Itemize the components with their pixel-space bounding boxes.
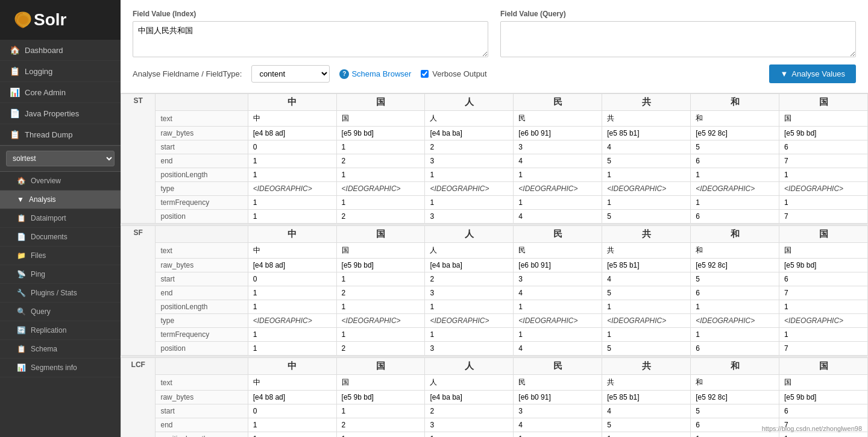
cell-raw_bytes-2: [e4 ba ba]	[425, 259, 514, 272]
cell-positionLength-6: 1	[779, 300, 868, 314]
cell-type-6: <IDEOGRAPHIC>	[779, 182, 868, 196]
sidebar-item-segments-info[interactable]: 📊 Segments info	[0, 359, 121, 377]
cell-start-1: 1	[336, 272, 425, 286]
sidebar-item-schema[interactable]: 📋 Schema	[0, 340, 121, 359]
schema-browser-link[interactable]: ? Schema Browser	[339, 69, 411, 79]
cell-start-0: 0	[248, 272, 336, 286]
cell-type-3: <IDEOGRAPHIC>	[514, 182, 602, 196]
field-value-query-input[interactable]	[500, 21, 856, 57]
analyse-row: Analyse Fieldname / FieldType: content ?…	[133, 64, 856, 83]
row-label-position: position	[156, 342, 248, 356]
sidebar-item-files[interactable]: 📁 Files	[0, 247, 121, 265]
cell-positionLength-2: 1	[425, 300, 514, 314]
table-row: positionLength1111111	[121, 432, 868, 438]
cell-text-2: 人	[425, 375, 514, 391]
table-row: raw_bytes[e4 b8 ad][e5 9b bd][e4 ba ba][…	[121, 259, 868, 272]
row-label-start: start	[156, 140, 248, 154]
cell-raw_bytes-3: [e6 b0 91]	[514, 391, 602, 404]
row-label-start: start	[156, 272, 248, 286]
sidebar-sub-label: Files	[31, 251, 46, 260]
cell-termFrequency-1: 1	[336, 196, 425, 210]
cell-position-0: 1	[248, 342, 336, 356]
sidebar-sub-label: Replication	[31, 326, 66, 335]
table-row: position1234567	[121, 210, 868, 224]
cell-type-0: <IDEOGRAPHIC>	[248, 314, 336, 328]
cell-raw_bytes-3: [e6 b0 91]	[514, 259, 602, 272]
table-row: end1234567	[121, 286, 868, 300]
filter-icon: ▼	[780, 69, 788, 78]
cell-raw_bytes-4: [e5 85 b1]	[602, 259, 691, 272]
row-label-end: end	[156, 154, 248, 168]
cell-text-6: 国	[779, 243, 868, 259]
sidebar-item-replication[interactable]: 🔄 Replication	[0, 321, 121, 340]
cell-type-5: <IDEOGRAPHIC>	[691, 314, 779, 328]
overview-icon: 🏠	[17, 177, 26, 185]
fieldtype-select[interactable]: content	[251, 65, 330, 83]
cell-position-2: 3	[425, 210, 514, 224]
token-header-1-0: 中	[248, 226, 336, 243]
cell-raw_bytes-6: [e5 9b bd]	[779, 259, 868, 272]
field-value-index-input[interactable]: 中国人民共和国	[133, 21, 488, 57]
table-row: text中国人民共和国	[121, 243, 868, 259]
cell-type-4: <IDEOGRAPHIC>	[602, 182, 691, 196]
sidebar-item-java-properties[interactable]: 📄 Java Properties	[0, 103, 121, 124]
sidebar: Solr 🏠 Dashboard 📋 Logging 📊 Core Admin …	[0, 0, 121, 437]
verbose-output-checkbox[interactable]	[421, 70, 429, 78]
cell-position-1: 2	[336, 342, 425, 356]
sidebar-item-label: Logging	[25, 67, 52, 76]
row-label-end: end	[156, 286, 248, 300]
cell-termFrequency-5: 1	[691, 328, 779, 342]
sidebar-item-overview[interactable]: 🏠 Overview	[0, 172, 121, 190]
cell-type-4: <IDEOGRAPHIC>	[602, 314, 691, 328]
sidebar-item-analysis[interactable]: ▼ Analysis	[0, 190, 121, 209]
row-label-raw_bytes: raw_bytes	[156, 127, 248, 140]
verbose-output-text: Verbose Output	[432, 69, 486, 78]
token-header-2-4: 共	[602, 358, 691, 375]
cell-text-0: 中	[248, 243, 336, 259]
cell-text-4: 共	[602, 243, 691, 259]
cell-raw_bytes-6: [e5 9b bd]	[779, 391, 868, 404]
table-row: positionLength1111111	[121, 168, 868, 182]
token-header-0-6: 国	[779, 94, 868, 111]
cell-type-5: <IDEOGRAPHIC>	[691, 182, 779, 196]
row-label-termFrequency: termFrequency	[156, 196, 248, 210]
table-row: end1234567	[121, 154, 868, 168]
sidebar-item-dashboard[interactable]: 🏠 Dashboard	[0, 40, 121, 61]
sidebar-sub-label: Analysis	[29, 195, 56, 204]
cell-raw_bytes-6: [e5 9b bd]	[779, 127, 868, 140]
cell-start-2: 2	[425, 404, 514, 418]
sidebar-item-thread-dump[interactable]: 📋 Thread Dump	[0, 124, 121, 145]
cell-raw_bytes-2: [e4 ba ba]	[425, 127, 514, 140]
sidebar-item-dataimport[interactable]: 📋 Dataimport	[0, 209, 121, 228]
token-header-2-3: 民	[514, 358, 602, 375]
analyse-values-button[interactable]: ▼ Analyse Values	[769, 64, 856, 83]
cell-positionLength-1: 1	[336, 168, 425, 182]
table-row: text中国人民共和国	[121, 111, 868, 127]
main-content: Field Value (Index) 中国人民共和国 Field Value …	[121, 0, 868, 437]
cell-positionLength-5: 1	[691, 432, 779, 438]
token-header-1-3: 民	[514, 226, 602, 243]
table-row: raw_bytes[e4 b8 ad][e5 9b bd][e4 ba ba][…	[121, 391, 868, 404]
row-label-type: type	[156, 182, 248, 196]
sidebar-item-plugins-stats[interactable]: 🔧 Plugins / Stats	[0, 284, 121, 303]
sidebar-item-documents[interactable]: 📄 Documents	[0, 228, 121, 247]
cell-positionLength-3: 1	[514, 432, 602, 438]
sidebar-item-logging[interactable]: 📋 Logging	[0, 61, 121, 82]
sidebar-item-core-admin[interactable]: 📊 Core Admin	[0, 82, 121, 103]
cell-position-1: 2	[336, 210, 425, 224]
token-header-0-2: 人	[425, 94, 514, 111]
cell-termFrequency-0: 1	[248, 328, 336, 342]
sidebar-sub-label: Schema	[31, 345, 57, 353]
sidebar-sub-label: Dataimport	[31, 214, 66, 222]
sidebar-item-ping[interactable]: 📡 Ping	[0, 265, 121, 284]
cell-raw_bytes-1: [e5 9b bd]	[336, 259, 425, 272]
cell-termFrequency-5: 1	[691, 196, 779, 210]
cell-text-0: 中	[248, 375, 336, 391]
core-select[interactable]: solrtest	[6, 151, 115, 166]
cell-raw_bytes-4: [e5 85 b1]	[602, 127, 691, 140]
row-label-text: text	[156, 375, 248, 391]
cell-start-5: 5	[691, 404, 779, 418]
sidebar-sub-label: Ping	[31, 270, 45, 278]
schema-icon: 📋	[17, 345, 26, 353]
sidebar-item-query[interactable]: 🔍 Query	[0, 303, 121, 321]
